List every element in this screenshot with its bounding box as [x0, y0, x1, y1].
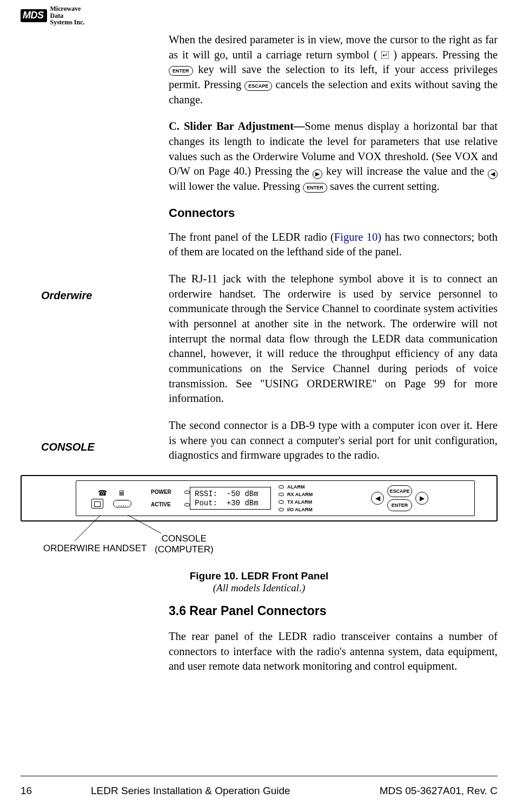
- bold-heading-inline: C. Slider Bar Adjustment—: [169, 120, 305, 132]
- callout-orderwire-handset: ORDERWIRE HANDSET: [43, 543, 147, 554]
- db9-port-icon: [113, 500, 131, 507]
- brand-logo: MDS Microwave Data Systems Inc.: [21, 5, 85, 26]
- right-arrow-key-icon: ▶: [415, 492, 428, 505]
- footer-title: LEDR Series Installation & Operation Gui…: [53, 785, 380, 797]
- callout-console-line1: CONSOLE: [155, 533, 214, 544]
- figure-10: ☎ 🖥 POWER ACTIVE RSSI: -50 dBm Pout: +30…: [21, 475, 498, 594]
- svg-line-0: [75, 515, 101, 541]
- alarm-label: TX ALARM: [287, 499, 312, 505]
- heading-rear-panel-connectors: 3.6 Rear Panel Connectors: [169, 604, 498, 618]
- paragraph-orderwire: The RJ-11 jack with the telephone symbol…: [169, 272, 498, 406]
- left-arrow-key-icon: ◀: [488, 169, 498, 179]
- power-active-section: POWER ACTIVE: [147, 489, 190, 507]
- margin-label-console: CONSOLE: [41, 441, 95, 453]
- footer-revision: MDS 05-3627A01, Rev. C: [380, 785, 498, 797]
- alarm-label: I/O ALARM: [287, 507, 313, 512]
- page-number: 16: [21, 785, 53, 797]
- connector-section: ☎ 🖥: [76, 488, 147, 509]
- alarm-led-icon: [279, 485, 284, 488]
- phone-icon: ☎: [98, 488, 107, 498]
- text-run: will lower the value. Pressing: [169, 180, 303, 192]
- logo-badge: MDS: [21, 9, 47, 22]
- figure-callouts: ORDERWIRE HANDSET CONSOLE (COMPUTER): [21, 521, 498, 554]
- margin-label-orderwire: Orderwire: [41, 289, 92, 302]
- escape-key-icon: ESCAPE: [387, 485, 412, 497]
- computer-icon: 🖥: [118, 489, 125, 498]
- power-led-icon: [184, 491, 190, 494]
- enter-key-icon: ENTER: [169, 66, 193, 76]
- panel-inner: ☎ 🖥 POWER ACTIVE RSSI: -50 dBm Pout: +30…: [76, 480, 475, 516]
- alarm-section: ALARM RX ALARM TX ALARM I/O ALARM: [271, 484, 325, 512]
- rj11-port-icon: [91, 499, 103, 509]
- alarm-led-icon: [279, 508, 284, 511]
- figure-caption: Figure 10. LEDR Front Panel (All models …: [21, 570, 498, 594]
- enter-key-icon: ENTER: [303, 183, 327, 193]
- active-led-icon: [184, 503, 190, 506]
- keypad-section: ◀ ESCAPE ENTER ▶: [325, 485, 474, 511]
- lcd-display: RSSI: -50 dBm Pout: +30 dBm: [190, 487, 271, 510]
- paragraph-front-panel: The front panel of the LEDR radio (Figur…: [169, 230, 498, 260]
- text-run: saves the current setting.: [330, 180, 440, 192]
- alarm-led-icon: [279, 500, 284, 504]
- alarm-label: RX ALARM: [287, 492, 313, 497]
- paragraph-rear-panel: The rear panel of the LEDR radio transce…: [169, 629, 498, 674]
- carriage-return-icon: [381, 51, 389, 59]
- enter-key-icon: ENTER: [387, 499, 412, 511]
- logo-line1: Microwave: [50, 5, 85, 12]
- paragraph-save-selection: When the desired parameter is in view, m…: [169, 32, 498, 107]
- text-run: ) appears. Pressing the: [393, 49, 498, 61]
- svg-line-1: [128, 515, 161, 533]
- alarm-label: ALARM: [287, 484, 305, 490]
- paragraph-slider-bar: C. Slider Bar Adjustment—Some menus disp…: [169, 119, 498, 194]
- figure-title: Figure 10. LEDR Front Panel: [21, 570, 498, 582]
- heading-connectors: Connectors: [169, 206, 498, 220]
- callout-console-line2: (COMPUTER): [155, 544, 214, 555]
- right-arrow-key-icon: ▶: [313, 169, 322, 179]
- paragraph-console: The second connector is a DB-9 type with…: [169, 418, 498, 463]
- alarm-led-icon: [279, 493, 284, 496]
- text-run: key will increase the value and the: [326, 165, 488, 177]
- logo-text: Microwave Data Systems Inc.: [50, 5, 85, 26]
- power-label: POWER: [151, 489, 171, 495]
- figure-10-link[interactable]: Figure 10: [334, 231, 377, 243]
- active-label: ACTIVE: [151, 501, 171, 507]
- escape-key-icon: ESCAPE: [244, 81, 272, 91]
- text-run: The front panel of the LEDR radio (: [169, 231, 334, 243]
- logo-line3: Systems Inc.: [50, 19, 85, 26]
- page-footer: 16 LEDR Series Installation & Operation …: [21, 776, 498, 797]
- figure-subtitle: (All models Identical.): [21, 582, 498, 594]
- left-arrow-key-icon: ◀: [371, 492, 384, 505]
